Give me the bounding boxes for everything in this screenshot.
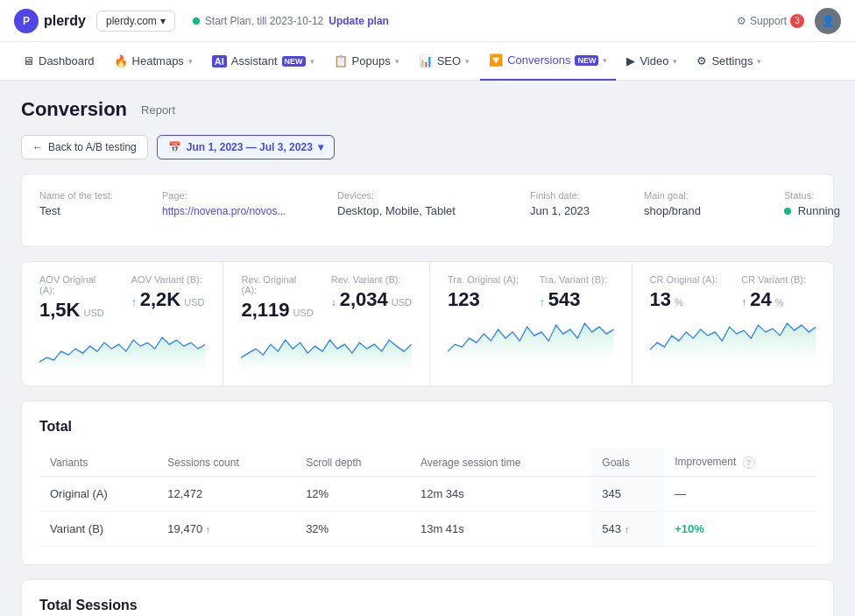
trend-up-icon: ↑ <box>131 296 137 308</box>
total-table-section: Total Variants Sessions count Scroll dep… <box>21 400 834 565</box>
metric-tra-variant: Tra. Variant (B): ↑ 543 <box>540 274 614 311</box>
nav: 🖥 Dashboard 🔥 Heatmaps ▾ AI Assistant NE… <box>0 42 855 81</box>
table-row: Original (A) 12,472 12% 12m 34s 345 — <box>39 477 816 512</box>
info-name-label: Name of the test: <box>39 190 162 201</box>
support-button[interactable]: ⚙ Support 3 <box>737 14 804 28</box>
col-avg-time: Average session time <box>410 449 591 477</box>
chart-icon: 📊 <box>419 54 433 67</box>
tra-orig-label: Tra. Original (A): <box>448 274 522 285</box>
nav-label-dashboard: Dashboard <box>39 54 95 67</box>
back-to-ab-testing-button[interactable]: ← Back to A/B testing <box>21 135 148 159</box>
nav-label-heatmaps: Heatmaps <box>132 54 184 67</box>
page-header: Conversion Report <box>21 98 834 121</box>
aov-var-label: AOV Variant (B): <box>131 274 206 285</box>
nav-item-settings[interactable]: ⚙ Settings ▾ <box>688 42 770 81</box>
scroll-original: 12% <box>295 477 410 512</box>
date-range-button[interactable]: 📅 Jun 1, 2023 — Jul 3, 2023 ▾ <box>157 135 335 159</box>
logo: P plerdy <box>14 9 86 33</box>
nav-item-dashboard[interactable]: 🖥 Dashboard <box>14 42 103 81</box>
metric-tra-original: Tra. Original (A): 123 <box>448 274 522 311</box>
gear-icon: ⚙ <box>737 15 746 27</box>
info-finish: Finish date: Jun 1, 2023 <box>530 187 644 234</box>
info-name: Name of the test: Test <box>39 187 162 234</box>
chevron-down-icon: ▾ <box>310 57 314 66</box>
nav-label-seo: SEO <box>437 54 461 67</box>
nav-item-assistant[interactable]: AI Assistant NEW ▾ <box>203 42 323 81</box>
chevron-down-icon: ▾ <box>395 57 399 66</box>
nav-label-settings: Settings <box>711 54 753 67</box>
nav-item-seo[interactable]: 📊 SEO ▾ <box>410 42 478 81</box>
sessions-original: 12,472 <box>157 477 295 512</box>
metric-pair-cr: CR Original (A): 13 % CR Variant (B): ↑ … <box>650 274 816 311</box>
rev-orig-label: Rev. Original (A): <box>241 274 313 295</box>
nav-label-video: Video <box>639 54 668 67</box>
nav-label-assistant: Assistant <box>231 54 278 67</box>
back-btn-label: Back to A/B testing <box>48 141 137 153</box>
nav-item-heatmaps[interactable]: 🔥 Heatmaps ▾ <box>105 42 201 81</box>
calendar-icon: 📅 <box>168 141 181 153</box>
help-icon[interactable]: ? <box>743 457 755 469</box>
monitor-icon: 🖥 <box>23 54 34 67</box>
nav-item-video[interactable]: ▶ Video ▾ <box>618 42 686 81</box>
chevron-down-icon: ▾ <box>188 57 193 66</box>
mini-chart-cr <box>650 316 816 360</box>
arrow-left-icon: ← <box>32 141 43 153</box>
col-goals: Goals <box>591 449 664 477</box>
plan-status-dot <box>193 18 200 25</box>
metric-block-rev: Rev. Original (A): 2,119 USD Rev. Varian… <box>223 262 429 386</box>
logo-icon: P <box>14 9 39 33</box>
funnel-icon: 🔽 <box>489 53 503 67</box>
gear-icon: ⚙ <box>696 54 707 67</box>
trend-up-icon: ↑ <box>741 296 746 308</box>
domain-selector[interactable]: plerdy.com ▾ <box>96 11 175 32</box>
rev-var-value: ↓ 2,034 USD <box>331 288 412 311</box>
variant-name-variant: Variant (B) <box>39 512 157 547</box>
metric-pair-aov: AOV Original (A): 1,5K USD AOV Variant (… <box>39 274 205 322</box>
new-badge-conversions: NEW <box>575 55 598 66</box>
update-plan-link[interactable]: Update plan <box>329 15 389 27</box>
domain-label: plerdy.com <box>106 15 157 27</box>
variant-name-original: Original (A) <box>39 477 157 512</box>
info-page-label: Page: <box>162 190 337 201</box>
nav-label-popups: Popups <box>352 54 391 67</box>
info-card: Name of the test: Test Page: https://nov… <box>21 173 834 247</box>
support-label: Support <box>750 15 787 27</box>
tra-var-label: Tra. Variant (B): <box>540 274 614 285</box>
metric-block-cr: CR Original (A): 13 % CR Variant (B): ↑ … <box>632 262 833 386</box>
plan-badge: Start Plan, till 2023-10-12 Update plan <box>193 15 389 27</box>
logo-text: plerdy <box>44 13 86 29</box>
improvement-value: +10% <box>675 522 704 535</box>
table-header: Variants Sessions count Scroll depth Ave… <box>39 449 816 477</box>
scroll-variant: 32% <box>295 512 410 547</box>
page-title: Conversion <box>21 98 127 121</box>
page-url-link[interactable]: https://novena.pro/novos... <box>162 205 286 217</box>
aov-var-value: ↑ 2,2K USD <box>131 288 206 311</box>
avatar[interactable]: 👤 <box>815 8 841 34</box>
metric-block-aov: AOV Original (A): 1,5K USD AOV Variant (… <box>22 262 223 386</box>
info-page: Page: https://novena.pro/novos... <box>162 187 337 234</box>
metric-cr-variant: CR Variant (B): ↑ 24 % <box>741 274 816 311</box>
metric-aov-original: AOV Original (A): 1,5K USD <box>39 274 114 322</box>
chevron-down-icon: ▾ <box>603 56 607 65</box>
metric-pair-tra: Tra. Original (A): 123 Tra. Variant (B):… <box>448 274 613 311</box>
col-improvement: Improvement ? <box>664 449 816 477</box>
nav-item-popups[interactable]: 📋 Popups ▾ <box>325 42 408 81</box>
report-link[interactable]: Report <box>141 103 175 117</box>
info-devices: Devices: Desktop, Mobile, Tablet <box>337 187 530 234</box>
topbar-right: ⚙ Support 3 👤 <box>737 8 841 34</box>
goals-original: 345 <box>591 477 664 512</box>
metric-rev-variant: Rev. Variant (B): ↓ 2,034 USD <box>331 274 412 322</box>
info-grid: Name of the test: Test Page: https://nov… <box>39 187 816 234</box>
cr-orig-value: 13 % <box>650 288 724 311</box>
metric-rev-original: Rev. Original (A): 2,119 USD <box>241 274 313 322</box>
sessions-trend-up-icon: ↑ <box>206 524 211 535</box>
total-sessions-chart-section: Total Sessions A sessions B sessions A g… <box>21 579 834 616</box>
nav-item-conversions[interactable]: 🔽 Conversions NEW ▾ <box>480 42 616 81</box>
popup-icon: 📋 <box>334 54 348 67</box>
topbar: P plerdy plerdy.com ▾ Start Plan, till 2… <box>0 0 855 42</box>
metric-block-tra: Tra. Original (A): 123 Tra. Variant (B):… <box>430 262 631 386</box>
variants-table: Variants Sessions count Scroll depth Ave… <box>39 449 816 547</box>
chevron-down-icon: ▾ <box>673 57 677 66</box>
info-devices-value: Desktop, Mobile, Tablet <box>337 204 530 217</box>
support-badge: 3 <box>790 14 804 28</box>
